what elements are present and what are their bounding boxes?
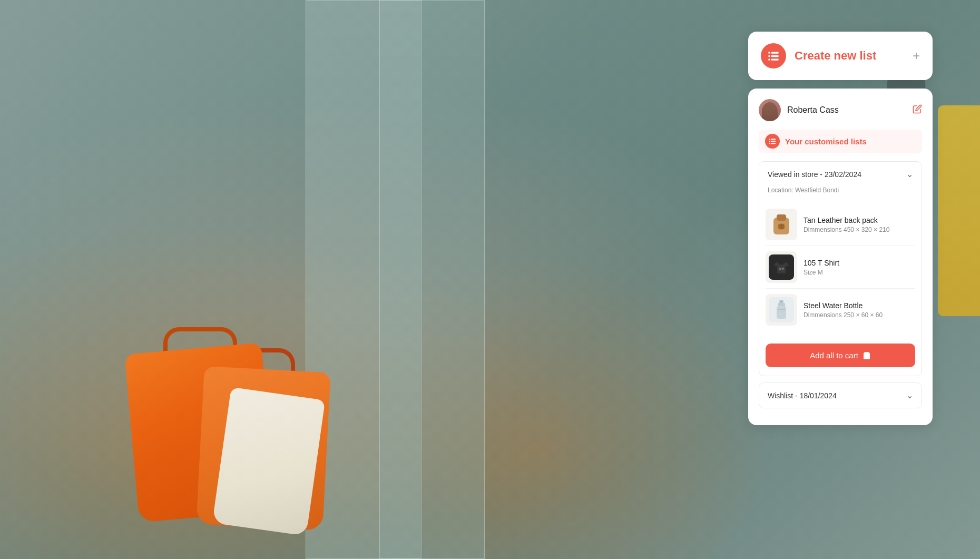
svg-rect-6 [769,139,770,140]
product-info-bottle: Steel Water Bottle Dimmensions 250 × 60 … [803,301,915,319]
svg-rect-4 [768,58,770,60]
accordion-title-2: Wishlist - 18/01/2024 [768,391,837,400]
product-detail-tshirt: Size M [803,269,915,276]
svg-rect-13 [777,214,786,221]
product-name-tshirt: 105 T Shirt [803,259,915,267]
svg-rect-1 [771,52,779,53]
create-list-card[interactable]: Create new list + [748,32,933,80]
list-accordion-2: Wishlist - 18/01/2024 ⌄ [759,383,922,408]
svg-rect-0 [768,52,770,53]
add-list-icon[interactable]: + [913,50,920,62]
list-accordion-1: Viewed in store - 23/02/2024 ⌄ Location:… [759,161,922,376]
chevron-down-icon-1: ⌄ [906,169,913,179]
product-name-bottle: Steel Water Bottle [803,301,915,310]
accordion-header-2[interactable]: Wishlist - 18/01/2024 ⌄ [759,383,922,408]
accordion-header-1[interactable]: Viewed in store - 23/02/2024 ⌄ [759,162,922,187]
product-detail-backpack: Dimmensions 450 × 320 × 210 [803,226,915,233]
list-icon [767,49,780,63]
svg-rect-23 [778,309,785,310]
svg-rect-2 [768,55,770,57]
svg-rect-20 [779,300,783,303]
product-detail-bottle: Dimmensions 250 × 60 × 60 [803,311,915,319]
product-info-backpack: Tan Leather back pack Dimmensions 450 × … [803,216,915,233]
user-name: Roberta Cass [787,105,906,115]
customised-list-icon [768,137,777,145]
tshirt-image: 105 [769,254,794,280]
create-list-title: Create new list [795,49,904,63]
customised-lists-header: Your customised lists [759,130,922,153]
product-list-1: Tan Leather back pack Dimmensions 450 × … [759,199,922,335]
svg-rect-22 [777,306,786,319]
backpack-image [770,212,792,237]
yellow-accent [938,105,980,316]
customised-icon [765,134,780,149]
product-item-backpack: Tan Leather back pack Dimmensions 450 × … [766,203,915,246]
svg-rect-21 [778,303,785,306]
svg-rect-24 [778,311,785,311]
svg-rect-10 [769,143,770,144]
product-item-bottle: Steel Water Bottle Dimmensions 250 × 60 … [766,289,915,331]
product-thumb-bottle [766,294,797,326]
svg-rect-3 [771,55,779,57]
product-name-backpack: Tan Leather back pack [803,216,915,224]
user-header: Roberta Cass [759,99,922,121]
product-item-tshirt: 105 105 T Shirt Size M [766,246,915,289]
svg-rect-7 [771,139,776,140]
bottle-image [769,297,794,322]
ui-overlay: Create new list + Roberta Cass [748,32,933,425]
cart-icon [863,351,871,360]
svg-rect-8 [769,141,770,142]
list-icon-circle [761,43,786,68]
product-thumb-tshirt: 105 [766,251,797,283]
add-to-cart-label: Add all to cart [810,351,858,360]
lists-card: Roberta Cass Your [748,89,933,425]
avatar-inner [762,102,778,121]
accordion-title-1: Viewed in store - 23/02/2024 [768,170,861,179]
svg-rect-16 [781,224,782,229]
svg-rect-11 [771,143,776,144]
chevron-down-icon-2: ⌄ [906,390,913,400]
accordion-subtitle-1: Location: Westfield Bondi [759,187,922,199]
add-all-to-cart-button[interactable]: Add all to cart [766,344,915,367]
customised-lists-title: Your customised lists [785,137,867,146]
product-info-tshirt: 105 T Shirt Size M [803,259,915,276]
edit-profile-icon[interactable] [913,104,922,116]
avatar [759,99,781,121]
product-thumb-backpack [766,209,797,240]
glass-panel-right [379,0,485,559]
svg-rect-9 [771,141,776,142]
svg-text:105: 105 [778,267,785,271]
svg-rect-5 [771,58,779,60]
cream-bag [212,387,325,536]
